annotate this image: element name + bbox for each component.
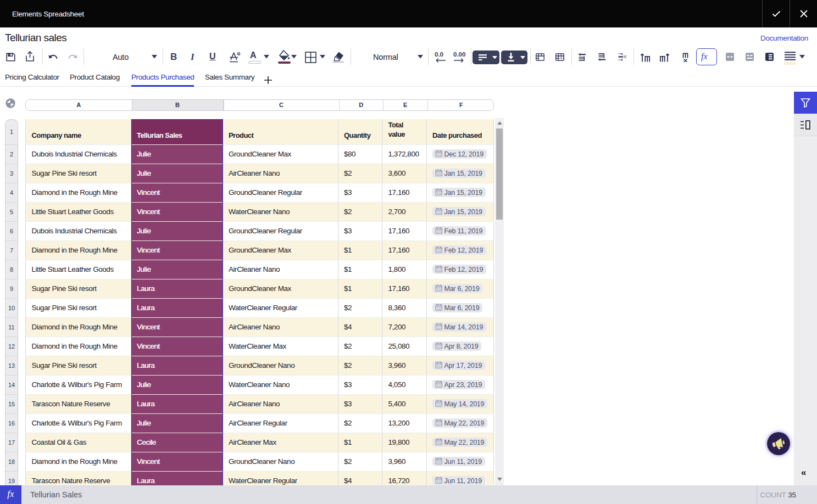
svg-text:0.00: 0.00 (453, 51, 465, 58)
svg-text:0.0: 0.0 (435, 51, 443, 58)
